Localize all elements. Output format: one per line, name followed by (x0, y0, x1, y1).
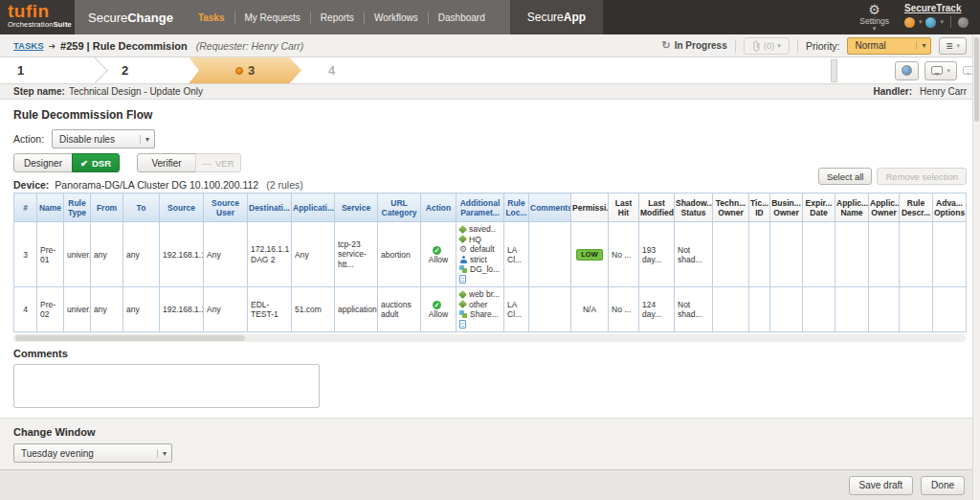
priority-select[interactable]: Normal ▾ (847, 37, 931, 55)
secureapp-tab[interactable]: SecureApp (510, 0, 603, 34)
done-button[interactable]: Done (921, 476, 965, 495)
top-navigation: tufin OrchestrationSuite SecureChange Ta… (0, 0, 980, 34)
change-window-select[interactable]: Tuesday evening ▾ (13, 443, 172, 463)
nav-item-dashboard[interactable]: Dashboard (429, 0, 495, 34)
nav-item-tasks[interactable]: Tasks (189, 0, 234, 34)
column-header-name[interactable]: Name (37, 193, 64, 222)
column-header-advanced-options[interactable]: Adva... Options (933, 193, 967, 222)
settings-menu[interactable]: ⚙ Settings ▾ (859, 3, 889, 32)
handler-value: Henry Carr (920, 86, 967, 97)
more-actions-button[interactable]: ≡ ▾ (939, 37, 967, 55)
comments-label: Comments (13, 348, 967, 359)
chevron-down-icon[interactable]: ▾ (940, 18, 944, 26)
column-header-application-name[interactable]: Applic... Name (835, 193, 869, 222)
cell-source-user: Any (204, 222, 248, 287)
designer-button[interactable]: Designer (13, 153, 73, 172)
cell-rule-location: LA Cl... (504, 287, 529, 332)
step-3-active[interactable]: 3 (189, 57, 301, 84)
column-header-num[interactable]: # (14, 193, 37, 222)
column-header-source-user[interactable]: Source User (204, 193, 248, 222)
nav-item-workflows[interactable]: Workflows (365, 0, 428, 34)
column-header-rule-type[interactable]: Rule Type (64, 193, 91, 222)
column-header-last-modified[interactable]: Last Modified (639, 193, 675, 222)
additional-parameter: Share... (459, 309, 501, 320)
table-horizontal-scrollbar[interactable] (13, 334, 966, 342)
refresh-icon[interactable]: ↻ (661, 39, 670, 52)
chevron-down-icon: ▾ (916, 41, 925, 50)
step-1[interactable]: 1 (0, 57, 96, 84)
change-window-label: Change Window (13, 426, 967, 438)
column-header-source[interactable]: Source (160, 193, 204, 222)
remove-selection-button[interactable]: Remove selection (877, 168, 967, 185)
securetrack-link[interactable]: SecureTrack (904, 3, 962, 13)
chevron-down-icon[interactable]: ▾ (919, 18, 923, 26)
column-header-last-hit[interactable]: Last Hit (609, 193, 639, 222)
step-2[interactable]: 2 (95, 57, 183, 84)
device-rule-count: (2 rules) (266, 179, 303, 191)
column-header-permissiveness[interactable]: Permissi... (571, 193, 609, 222)
cell-additional-parameters: saved..HQ⚙defaultstrictDG_lo... (457, 222, 504, 287)
additional-parameter (459, 320, 501, 330)
securechange-title: SecureChange (88, 11, 173, 25)
allow-check-icon: ✓ (433, 301, 441, 309)
cell-comments (529, 222, 571, 287)
user-avatar-icon[interactable] (904, 17, 915, 28)
attachments-button[interactable]: (0) ▾ (744, 37, 790, 55)
steps-scrollbar[interactable] (831, 59, 837, 82)
cell-ticket-id (749, 287, 770, 332)
action-value: Disable rules (59, 134, 133, 145)
action-select[interactable]: Disable rules ▾ (52, 129, 155, 148)
cell-technical-owner (713, 222, 749, 287)
scrollbar-thumb[interactable] (974, 37, 979, 122)
dsr-button[interactable]: ✔ DSR (72, 153, 120, 172)
cell-url-category: abortion (378, 222, 421, 287)
tag-icon (458, 300, 467, 308)
column-header-business-owner[interactable]: Busin... Owner (770, 193, 803, 222)
comments-input[interactable] (13, 364, 320, 408)
cell-technical-owner (713, 287, 749, 332)
step-handler-icon (235, 67, 243, 75)
column-header-service[interactable]: Service (335, 193, 378, 222)
select-all-button[interactable]: Select all (818, 168, 873, 185)
nav-right-tools: ⚙ Settings ▾ SecureTrack ▾ ▾ (859, 0, 980, 34)
tufin-logo: tufin OrchestrationSuite (0, 0, 75, 34)
tag-icon (458, 235, 467, 243)
column-header-application-owner[interactable]: Applic... Owner (869, 193, 900, 222)
additional-parameter (459, 275, 501, 285)
cell-to: any (123, 287, 160, 332)
workflow-steps-bar: 1 2 3 4 ▾ (0, 57, 980, 84)
verifier-button[interactable]: Verifier (137, 153, 196, 172)
hamburger-icon: ≡ (946, 41, 952, 51)
rule-row-3[interactable]: 3Pre-01univer...anyany192.168.1.1Any172.… (14, 222, 967, 287)
cell-action: ✓Allow (421, 222, 457, 287)
column-header-url-category[interactable]: URL Category (378, 193, 421, 222)
column-header-technical-owner[interactable]: Techn... Owner (713, 193, 749, 222)
nav-item-my-requests[interactable]: My Requests (235, 0, 310, 34)
column-header-ticket-id[interactable]: Tic... ID (749, 193, 770, 222)
scrollbar-thumb[interactable] (15, 335, 245, 341)
column-header-rule-location[interactable]: Rule Loc... (504, 193, 529, 222)
column-header-shadowing-status[interactable]: Shadow... Status (675, 193, 713, 222)
reassign-button[interactable] (895, 61, 919, 80)
column-header-destination[interactable]: Destinati... (248, 193, 292, 222)
help-icon[interactable] (925, 17, 936, 28)
save-draft-button[interactable]: Save draft (849, 476, 914, 495)
column-header-from[interactable]: From (91, 193, 123, 222)
tasks-breadcrumb-link[interactable]: TASKS (13, 40, 44, 51)
logout-icon[interactable] (958, 17, 969, 28)
ver-button[interactable]: — VER (195, 153, 241, 172)
comment-menu-button[interactable]: ▾ (924, 61, 957, 80)
column-header-rule-description[interactable]: Rule Descr... (900, 193, 933, 222)
column-header-application[interactable]: Applicati... (292, 193, 335, 222)
nav-item-reports[interactable]: Reports (311, 0, 364, 34)
additional-parameter: other (459, 300, 501, 310)
page-scrollbar[interactable] (972, 34, 980, 500)
column-header-to[interactable]: To (123, 193, 160, 222)
column-header-expiration-date[interactable]: Expir... Date (803, 193, 835, 222)
column-header-comments[interactable]: Comments (529, 193, 571, 222)
step-4[interactable]: 4 (301, 57, 378, 84)
cell-expiration-date (803, 222, 835, 287)
column-header-action[interactable]: Action (421, 193, 457, 222)
column-header-additional-parameters[interactable]: Additional Paramet... (457, 193, 504, 222)
rule-row-4[interactable]: 4Pre-02univer...anyany192.168.1.1AnyEDL-… (14, 287, 967, 332)
